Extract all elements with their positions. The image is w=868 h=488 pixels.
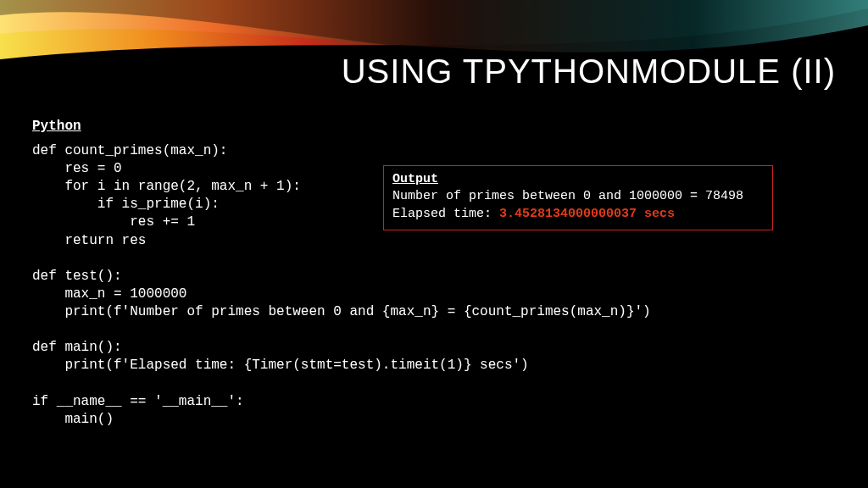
output-elapsed-unit: secs	[637, 207, 675, 221]
output-line-1: Number of primes between 0 and 1000000 =…	[392, 188, 764, 205]
output-line-2: Elapsed time: 3.4528134000000037 secs	[392, 206, 764, 223]
output-box: Output Number of primes between 0 and 10…	[383, 165, 773, 230]
output-elapsed-prefix: Elapsed time:	[392, 207, 499, 221]
code-language-label: Python	[32, 119, 81, 134]
output-elapsed-time: 3.4528134000000037	[499, 207, 637, 221]
output-heading: Output	[392, 171, 764, 188]
slide-title: USING TPYTHONMODULE (II)	[342, 53, 836, 91]
